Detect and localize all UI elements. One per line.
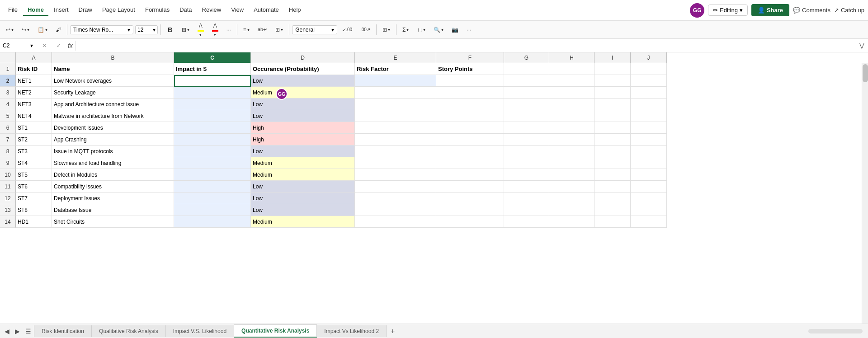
redo-button[interactable]: ↪▾ bbox=[19, 25, 33, 35]
row-number-11[interactable]: 11 bbox=[0, 181, 16, 192]
font-color-button[interactable]: A ▾ bbox=[209, 21, 222, 39]
cell-13-A[interactable]: ST8 bbox=[16, 204, 52, 216]
cell-5-I[interactable] bbox=[594, 110, 631, 122]
font-name-selector[interactable]: Times New Ro... ▾ bbox=[70, 25, 133, 34]
cell-12-B[interactable]: Deployment Issues bbox=[52, 192, 174, 204]
cell-9-I[interactable] bbox=[594, 157, 631, 169]
cell-6-C[interactable] bbox=[174, 122, 251, 134]
tab-risk-identification[interactable]: Risk Identification bbox=[34, 325, 92, 337]
cell-10-H[interactable] bbox=[549, 169, 594, 181]
cell-8-G[interactable] bbox=[504, 146, 549, 157]
cancel-formula-button[interactable]: ✕ bbox=[39, 41, 50, 51]
share-button[interactable]: 👤 Share bbox=[751, 4, 789, 16]
tab-qualitative-risk[interactable]: Qualitative Risk Analysis bbox=[91, 325, 166, 337]
tab-quantitative-risk[interactable]: Quantitative Risk Analysis bbox=[234, 324, 317, 338]
col-header-h[interactable]: H bbox=[549, 52, 594, 63]
cell-6-J[interactable] bbox=[631, 122, 667, 134]
cell-2-C[interactable] bbox=[174, 75, 251, 87]
cell-1-G[interactable] bbox=[504, 63, 549, 75]
row-number-9[interactable]: 9 bbox=[0, 157, 16, 169]
menu-file[interactable]: File bbox=[4, 5, 22, 16]
cell-10-B[interactable]: Defect in Modules bbox=[52, 169, 174, 181]
row-number-8[interactable]: 8 bbox=[0, 146, 16, 157]
cell-2-D[interactable]: Low bbox=[251, 75, 355, 87]
cell-5-E[interactable] bbox=[355, 110, 436, 122]
catchup-button[interactable]: ↗ Catch up bbox=[834, 7, 864, 14]
cell-4-G[interactable] bbox=[504, 99, 549, 110]
cell-13-C[interactable] bbox=[174, 204, 251, 216]
tab-nav-next[interactable]: ▶ bbox=[12, 326, 23, 337]
cell-10-C[interactable] bbox=[174, 169, 251, 181]
menu-draw[interactable]: Draw bbox=[74, 5, 97, 16]
cell-5-G[interactable] bbox=[504, 110, 549, 122]
wrap-text-button[interactable]: ab↵ bbox=[255, 25, 270, 34]
menu-page-layout[interactable]: Page Layout bbox=[98, 5, 140, 16]
tab-menu-button[interactable]: ☰ bbox=[23, 326, 34, 337]
cell-6-B[interactable]: Development Issues bbox=[52, 122, 174, 134]
paste-button[interactable]: 📋▾ bbox=[34, 25, 51, 35]
cell-7-H[interactable] bbox=[549, 134, 594, 146]
row-number-14[interactable]: 14 bbox=[0, 216, 16, 228]
bold-button[interactable]: B bbox=[164, 24, 177, 35]
cell-5-C[interactable] bbox=[174, 110, 251, 122]
more-tools-button[interactable]: ··· bbox=[463, 25, 474, 35]
cell-8-H[interactable] bbox=[549, 146, 594, 157]
row-number-5[interactable]: 5 bbox=[0, 110, 16, 122]
cell-9-G[interactable] bbox=[504, 157, 549, 169]
cell-10-F[interactable] bbox=[436, 169, 504, 181]
cell-12-J[interactable] bbox=[631, 192, 667, 204]
cell-4-F[interactable] bbox=[436, 99, 504, 110]
row-number-3[interactable]: 3 bbox=[0, 87, 16, 99]
cell-2-F[interactable] bbox=[436, 75, 504, 87]
row-number-12[interactable]: 12 bbox=[0, 192, 16, 204]
find-button[interactable]: 🔍▾ bbox=[430, 25, 447, 35]
cell-4-J[interactable] bbox=[631, 99, 667, 110]
cell-1-A[interactable]: Risk ID bbox=[16, 63, 52, 75]
cell-1-H[interactable] bbox=[549, 63, 594, 75]
cell-6-F[interactable] bbox=[436, 122, 504, 134]
cell-10-D[interactable]: Medium bbox=[251, 169, 355, 181]
cell-12-F[interactable] bbox=[436, 192, 504, 204]
cell-14-I[interactable] bbox=[594, 216, 631, 228]
insert-table-button[interactable]: ⊞▾ bbox=[379, 25, 393, 35]
camera-button[interactable]: 📷 bbox=[448, 25, 462, 35]
menu-data[interactable]: Data bbox=[175, 5, 196, 16]
cell-6-A[interactable]: ST1 bbox=[16, 122, 52, 134]
cell-5-D[interactable]: Low bbox=[251, 110, 355, 122]
cell-6-D[interactable]: High bbox=[251, 122, 355, 134]
cell-11-C[interactable] bbox=[174, 181, 251, 192]
cell-3-I[interactable] bbox=[594, 87, 631, 99]
cell-5-A[interactable]: NET4 bbox=[16, 110, 52, 122]
cell-10-A[interactable]: ST5 bbox=[16, 169, 52, 181]
cell-12-I[interactable] bbox=[594, 192, 631, 204]
cell-5-H[interactable] bbox=[549, 110, 594, 122]
cell-9-D[interactable]: Medium bbox=[251, 157, 355, 169]
cell-3-C[interactable] bbox=[174, 87, 251, 99]
comments-button[interactable]: 💬 Comments bbox=[793, 7, 830, 14]
cell-7-G[interactable] bbox=[504, 134, 549, 146]
cell-9-B[interactable]: Slowness and load handling bbox=[52, 157, 174, 169]
cell-1-E[interactable]: Risk Factor bbox=[355, 63, 436, 75]
tab-impact-vs-likelihood[interactable]: Impact V.S. Likelihood bbox=[165, 325, 234, 337]
cell-9-A[interactable]: ST4 bbox=[16, 157, 52, 169]
cell-7-D[interactable]: High bbox=[251, 134, 355, 146]
col-header-b[interactable]: B bbox=[52, 52, 174, 63]
cell-8-D[interactable]: Low bbox=[251, 146, 355, 157]
cell-4-D[interactable]: Low bbox=[251, 99, 355, 110]
sum-button[interactable]: Σ▾ bbox=[399, 25, 412, 35]
cell-7-C[interactable] bbox=[174, 134, 251, 146]
cell-6-I[interactable] bbox=[594, 122, 631, 134]
cell-9-J[interactable] bbox=[631, 157, 667, 169]
menu-insert[interactable]: Insert bbox=[49, 5, 73, 16]
cell-4-E[interactable] bbox=[355, 99, 436, 110]
confirm-formula-button[interactable]: ✓ bbox=[53, 41, 64, 51]
cell-11-F[interactable] bbox=[436, 181, 504, 192]
tab-nav-prev[interactable]: ◀ bbox=[2, 326, 12, 337]
cell-6-E[interactable] bbox=[355, 122, 436, 134]
cell-12-E[interactable] bbox=[355, 192, 436, 204]
undo-button[interactable]: ↩▾ bbox=[3, 25, 17, 35]
menu-home[interactable]: Home bbox=[23, 5, 48, 16]
row-number-10[interactable]: 10 bbox=[0, 169, 16, 181]
cell-14-J[interactable] bbox=[631, 216, 667, 228]
cell-4-B[interactable]: App and Architecture connect issue bbox=[52, 99, 174, 110]
